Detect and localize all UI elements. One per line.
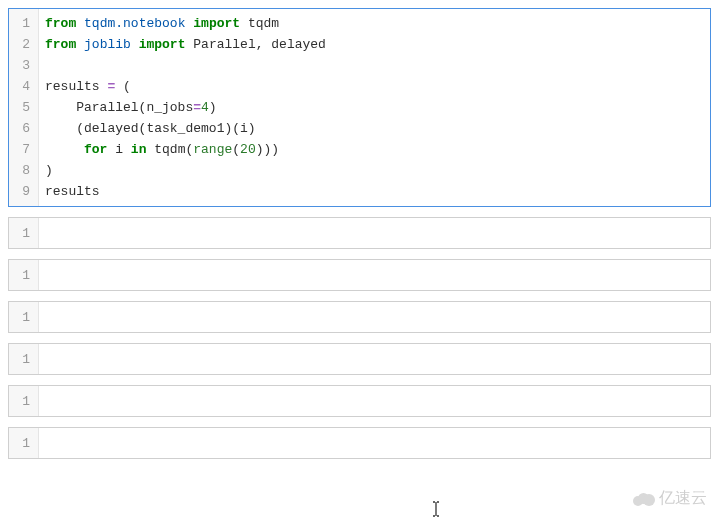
line-number-gutter: 1 <box>9 344 39 374</box>
code-line[interactable]: ) <box>45 160 704 181</box>
code-block: 123456789 from tqdm.notebook import tqdm… <box>9 9 710 206</box>
line-number: 5 <box>15 97 30 118</box>
line-number: 2 <box>15 34 30 55</box>
code-line[interactable]: from tqdm.notebook import tqdm <box>45 13 704 34</box>
code-line[interactable]: for i in tqdm(range(20))) <box>45 139 704 160</box>
line-number: 3 <box>15 55 30 76</box>
line-number: 9 <box>15 181 30 202</box>
line-number-gutter: 123456789 <box>9 9 39 206</box>
code-line[interactable]: from joblib import Parallel, delayed <box>45 34 704 55</box>
line-number: 1 <box>15 391 30 412</box>
line-number: 1 <box>15 265 30 286</box>
line-number: 1 <box>15 223 30 244</box>
code-editor[interactable] <box>39 218 710 248</box>
code-cell-empty[interactable]: 1 <box>8 259 711 291</box>
line-number-gutter: 1 <box>9 260 39 290</box>
line-number: 1 <box>15 433 30 454</box>
code-editor[interactable] <box>39 260 710 290</box>
line-number: 1 <box>15 13 30 34</box>
line-number: 7 <box>15 139 30 160</box>
code-line[interactable] <box>45 55 704 76</box>
line-number-gutter: 1 <box>9 386 39 416</box>
line-number: 1 <box>15 349 30 370</box>
code-cell-empty[interactable]: 1 <box>8 385 711 417</box>
code-line[interactable]: results = ( <box>45 76 704 97</box>
code-line[interactable]: Parallel(n_jobs=4) <box>45 97 704 118</box>
code-cell-empty[interactable]: 1 <box>8 427 711 459</box>
line-number: 1 <box>15 307 30 328</box>
line-number: 8 <box>15 160 30 181</box>
line-number: 6 <box>15 118 30 139</box>
code-cell-empty[interactable]: 1 <box>8 343 711 375</box>
code-editor[interactable]: from tqdm.notebook import tqdmfrom jobli… <box>39 9 710 206</box>
code-cell-empty[interactable]: 1 <box>8 301 711 333</box>
code-line[interactable]: (delayed(task_demo1)(i) <box>45 118 704 139</box>
code-editor[interactable] <box>39 428 710 458</box>
code-editor[interactable] <box>39 302 710 332</box>
code-cell-main[interactable]: 123456789 from tqdm.notebook import tqdm… <box>8 8 711 207</box>
line-number-gutter: 1 <box>9 302 39 332</box>
line-number-gutter: 1 <box>9 428 39 458</box>
line-number-gutter: 1 <box>9 218 39 248</box>
code-editor[interactable] <box>39 344 710 374</box>
code-editor[interactable] <box>39 386 710 416</box>
line-number: 4 <box>15 76 30 97</box>
code-line[interactable]: results <box>45 181 704 202</box>
code-cell-empty[interactable]: 1 <box>8 217 711 249</box>
